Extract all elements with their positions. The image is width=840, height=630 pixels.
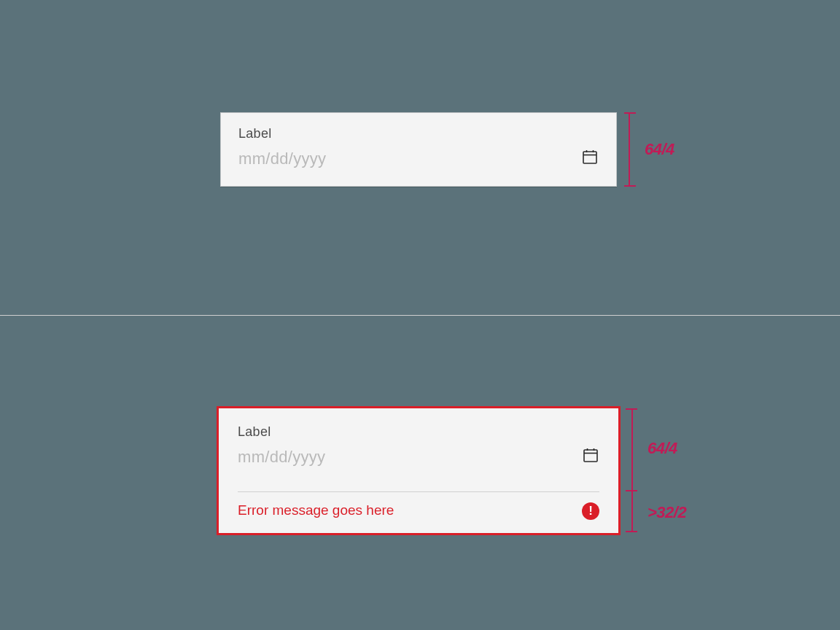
spec-tick (626, 531, 637, 532)
spec-value-bottom: >32/2 (648, 503, 686, 522)
date-field-normal-example: Label mm/dd/yyyy (220, 112, 617, 187)
error-message: Error message goes here (238, 502, 599, 519)
svg-rect-0 (583, 152, 596, 163)
spec-value-top: 64/4 (648, 439, 677, 458)
error-row: Error message goes here ! (219, 492, 618, 533)
svg-rect-4 (584, 450, 597, 462)
date-input-container[interactable]: Label mm/dd/yyyy (220, 112, 617, 187)
field-label: Label (238, 424, 599, 440)
spec-value: 64/4 (645, 140, 674, 159)
section-divider (0, 315, 840, 316)
calendar-icon[interactable] (581, 148, 599, 166)
field-placeholder: mm/dd/yyyy (238, 149, 599, 168)
spec-bracket-bottom (631, 491, 633, 532)
field-placeholder: mm/dd/yyyy (238, 448, 599, 467)
spec-bracket-top (631, 408, 633, 491)
calendar-icon[interactable] (582, 446, 599, 464)
date-field-error-example: Label mm/dd/yyyy Error message goes here… (219, 408, 618, 533)
height-spec-normal: 64/4 (629, 112, 637, 187)
date-input-error-container[interactable]: Label mm/dd/yyyy Error message goes here… (219, 408, 618, 533)
spec-tick (626, 408, 637, 410)
field-label: Label (238, 126, 599, 142)
spec-bracket (629, 112, 637, 187)
error-icon: ! (582, 502, 599, 520)
date-input-top: Label mm/dd/yyyy (219, 408, 618, 491)
